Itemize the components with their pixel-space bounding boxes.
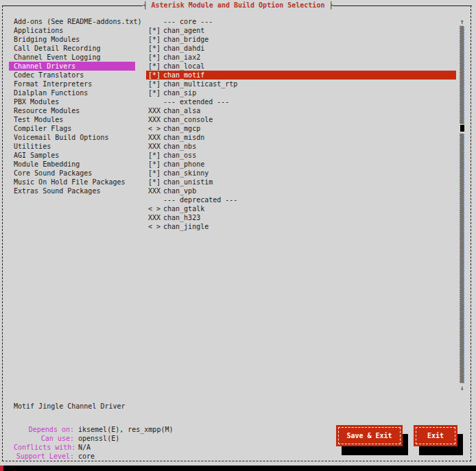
module-row[interactable]: < >chan_gtalk <box>146 204 456 213</box>
category-row[interactable]: Voicemail Build Options <box>9 133 139 142</box>
module-state-marker[interactable]: < > <box>148 222 162 231</box>
scrollbar-track: ▒ <box>457 196 467 205</box>
scrollbar-track: ▒ <box>457 152 467 160</box>
scrollbar-track: ▒ <box>457 53 467 62</box>
module-row[interactable]: < >chan_jingle <box>146 222 456 231</box>
scrollbar-track: ▒ <box>457 250 467 258</box>
scrollbar-track: ▒ <box>457 187 467 196</box>
category-row[interactable]: Dialplan Functions <box>9 88 139 97</box>
module-state-marker[interactable]: [*] <box>148 44 162 53</box>
module-row[interactable]: [*]chan_iax2 <box>146 53 456 62</box>
category-row[interactable]: AGI Samples <box>9 151 139 160</box>
module-row[interactable]: [*]chan_oss <box>146 151 456 160</box>
scrollbar-track: ▒ <box>457 276 467 285</box>
scrollbar-down-arrow-icon[interactable]: ↓ <box>457 383 467 392</box>
module-row[interactable]: XXXchan_vpb <box>146 186 456 195</box>
module-row[interactable]: XXXchan_console <box>146 115 456 124</box>
scrollbar-track: ▒ <box>457 97 467 106</box>
module-row[interactable]: [*]chan_local <box>146 62 456 71</box>
scrollbar-track: ▒ <box>457 214 467 223</box>
module-state-marker[interactable]: XXX <box>148 213 162 222</box>
module-state-marker[interactable]: [*] <box>148 53 162 62</box>
category-row[interactable]: Call Detail Recording <box>9 44 139 53</box>
module-state-marker[interactable]: XXX <box>148 106 162 115</box>
module-description: Motif Jingle Channel Driver <box>14 402 126 411</box>
scrollbar-track: ▒ <box>457 285 467 294</box>
category-row[interactable]: Applications <box>9 26 139 35</box>
module-state-marker[interactable]: XXX <box>148 142 162 151</box>
category-row[interactable]: Channel Drivers <box>9 62 135 71</box>
category-row[interactable]: Add-ons (See README-addons.txt) <box>9 17 139 26</box>
module-state-marker[interactable]: XXX <box>148 186 162 195</box>
terminal-bottom-strip <box>0 466 476 471</box>
module-row[interactable]: [*]chan_unistim <box>146 178 456 186</box>
category-row[interactable]: PBX Modules <box>9 97 139 106</box>
module-state-marker[interactable]: < > <box>148 204 162 213</box>
module-row[interactable]: [*]chan_dahdi <box>146 44 456 53</box>
scrollbar-up-arrow-icon[interactable]: ↑ <box>457 17 467 26</box>
category-row[interactable]: Bridging Modules <box>9 35 139 44</box>
module-row[interactable]: [*]chan_skinny <box>146 169 456 178</box>
module-row[interactable]: [*]chan_agent <box>146 26 456 35</box>
description-field-row: Can use:openssl(E) <box>14 434 173 443</box>
scrollbar-track: ▒ <box>457 339 467 348</box>
module-row[interactable]: XXXchan_nbs <box>146 142 456 151</box>
module-row[interactable]: [*]chan_sip <box>146 88 456 97</box>
module-row[interactable]: XXXchan_misdn <box>146 133 456 142</box>
module-row[interactable]: [*]chan_bridge <box>146 35 456 44</box>
scrollbar-thumb-row[interactable] <box>457 125 467 134</box>
module-state-marker[interactable]: [*] <box>148 80 162 88</box>
scrollbar-track: ▒ <box>457 258 467 267</box>
scrollbar[interactable]: ↑▒▒▒▒▒▒▒▒▒▒▒▒▒▒▒▒▒▒▒▒▒▒▒▒▒▒▒▒▒▒▒▒▒▒▒▒▒▒▒… <box>457 17 467 392</box>
scrollbar-track: ▒ <box>457 241 467 250</box>
module-state-marker[interactable]: XXX <box>148 115 162 124</box>
module-row[interactable]: [*]chan_phone <box>146 160 456 169</box>
module-state-marker[interactable]: [*] <box>148 160 162 169</box>
category-row[interactable]: Codec Translators <box>9 71 139 80</box>
scrollbar-track: ▒ <box>457 365 467 374</box>
title-right-bracket: ├ <box>324 1 333 9</box>
module-row[interactable]: XXXchan_alsa <box>146 106 456 115</box>
category-row[interactable]: Resource Modules <box>9 106 139 115</box>
module-state-marker[interactable]: [*] <box>148 35 162 44</box>
module-list: --- core ---[*]chan_agent[*]chan_bridge[… <box>146 17 456 231</box>
description-field-label: Support Level: <box>14 452 74 461</box>
module-name: chan_sip <box>163 89 196 97</box>
module-name: chan_jingle <box>163 223 209 230</box>
scrollbar-track: ▒ <box>457 134 467 143</box>
module-row[interactable]: < >chan_mgcp <box>146 124 456 133</box>
category-row[interactable]: Channel Event Logging <box>9 53 139 62</box>
module-row[interactable]: [*]chan_multicast_rtp <box>146 80 456 88</box>
module-row[interactable]: [*]chan_motif <box>146 71 456 80</box>
scrollbar-track: ▒ <box>457 71 467 80</box>
category-row[interactable]: Music On Hold File Packages <box>9 178 139 186</box>
module-state-marker[interactable]: [*] <box>148 151 162 160</box>
module-state-marker[interactable]: XXX <box>148 133 162 142</box>
category-row[interactable]: Module Embedding <box>9 160 139 169</box>
module-row[interactable]: XXXchan_h323 <box>146 213 456 222</box>
module-state-marker[interactable]: [*] <box>148 62 162 71</box>
category-row[interactable]: Compiler Flags <box>9 124 139 133</box>
scrollbar-track: ▒ <box>457 267 467 276</box>
module-name: chan_multicast_rtp <box>163 80 237 88</box>
category-row[interactable]: Core Sound Packages <box>9 169 139 178</box>
module-section-header: --- deprecated --- <box>146 195 456 204</box>
module-state-marker[interactable]: [*] <box>148 178 162 186</box>
exit-button[interactable]: Exit <box>414 425 457 446</box>
module-state-marker[interactable]: [*] <box>148 169 162 178</box>
window-border-bottom <box>2 461 471 461</box>
save-and-exit-button[interactable]: Save & Exit <box>336 425 403 446</box>
category-row[interactable]: Format Interpreters <box>9 80 139 88</box>
module-section-header: --- extended --- <box>146 97 456 106</box>
category-row[interactable]: Utilities <box>9 142 139 151</box>
category-row[interactable]: Extras Sound Packages <box>9 186 139 195</box>
save-and-exit-button-label: Save & Exit <box>338 427 401 444</box>
category-row[interactable]: Test Modules <box>9 115 139 124</box>
scrollbar-track: ▒ <box>457 26 467 35</box>
module-state-marker[interactable]: [*] <box>148 71 162 80</box>
module-state-marker[interactable]: [*] <box>148 88 162 97</box>
module-description-fields: Depends on:iksemel(E), res_xmpp(M)Can us… <box>14 425 173 461</box>
module-state-marker[interactable]: [*] <box>148 26 162 35</box>
module-state-marker[interactable]: < > <box>148 124 162 133</box>
scrollbar-thumb[interactable] <box>460 125 464 132</box>
